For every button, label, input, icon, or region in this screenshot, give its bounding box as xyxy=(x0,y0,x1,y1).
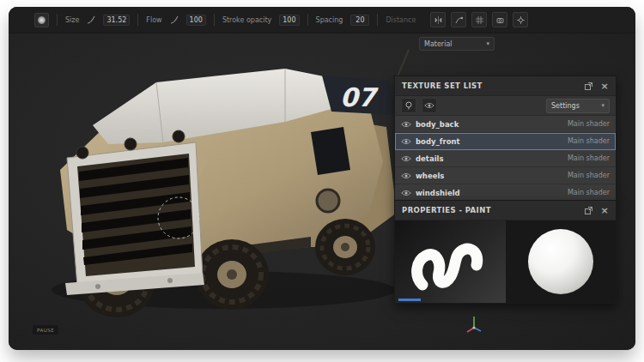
toolbar-divider xyxy=(137,14,138,26)
material-dropdown[interactable]: Material ▾ xyxy=(419,37,495,51)
texture-set-list-header: TEXTURE SET LIST × xyxy=(395,76,616,96)
eye-icon[interactable] xyxy=(401,138,411,145)
distance-label: Distance xyxy=(386,16,416,24)
size-value[interactable]: 31.52 xyxy=(103,15,130,26)
brush-preview-icon[interactable] xyxy=(34,13,49,27)
close-icon[interactable]: × xyxy=(600,81,609,91)
eye-icon[interactable] xyxy=(401,121,411,128)
material-mode-icon[interactable] xyxy=(401,98,416,113)
truck-render: 07 xyxy=(26,31,421,327)
texture-set-list-title: TEXTURE SET LIST xyxy=(402,81,483,90)
properties-paint-panel: PROPERTIES - PAINT × xyxy=(394,200,617,304)
toolbar-divider xyxy=(214,14,215,26)
size-falloff-curve-icon[interactable] xyxy=(87,15,95,24)
screenshot-stage: Size 31.52 Flow 100 Stroke opacity 100 S… xyxy=(0,0,644,362)
stroke-opacity-value[interactable]: 100 xyxy=(279,15,299,26)
eye-icon[interactable] xyxy=(401,172,411,179)
flow-value[interactable]: 100 xyxy=(186,15,206,26)
spacing-label: Spacing xyxy=(316,16,343,24)
material-sphere-preview[interactable] xyxy=(506,220,617,303)
toolbar-icon-group xyxy=(430,12,528,27)
texture-set-row-body_front[interactable]: body_front Main shader xyxy=(395,133,616,150)
brush-toolbar: Size 31.52 Flow 100 Stroke opacity 100 S… xyxy=(9,7,635,33)
chevron-down-icon: ▾ xyxy=(601,103,605,109)
properties-panel-title: PROPERTIES - PAINT xyxy=(402,206,491,214)
flow-label: Flow xyxy=(146,16,161,24)
close-icon[interactable]: × xyxy=(600,206,609,215)
toolbar-divider xyxy=(377,14,378,26)
symmetry-icon[interactable] xyxy=(430,12,446,27)
eye-icon[interactable] xyxy=(401,190,411,196)
shader-label: Main shader xyxy=(568,137,610,145)
eye-icon[interactable] xyxy=(401,155,411,162)
settings-dropdown-label: Settings xyxy=(551,102,580,110)
material-dropdown-label: Material xyxy=(424,40,453,48)
texture-set-list-panel: TEXTURE SET LIST × Settings ▾ body_back … xyxy=(394,75,617,202)
texture-set-name: wheels xyxy=(416,172,444,180)
properties-panel-body xyxy=(395,220,616,303)
navigation-gizmo[interactable] xyxy=(464,312,484,336)
texture-set-name: details xyxy=(416,154,444,163)
texture-set-row-body_back[interactable]: body_back Main shader xyxy=(395,116,616,133)
properties-panel-header: PROPERTIES - PAINT × xyxy=(395,201,616,220)
spacing-value[interactable]: 20 xyxy=(350,15,369,26)
texture-set-row-wheels[interactable]: wheels Main shader xyxy=(395,167,616,184)
truck-number: 07 xyxy=(340,82,379,112)
texture-set-row-details[interactable]: details Main shader xyxy=(395,150,616,167)
undock-icon[interactable] xyxy=(585,82,592,90)
shader-label: Main shader xyxy=(568,172,610,179)
shader-label: Main shader xyxy=(568,154,610,162)
material-sphere xyxy=(528,229,593,294)
texture-set-list-toolbar: Settings ▾ xyxy=(395,96,616,116)
texture-set-name: body_front xyxy=(416,137,460,146)
brush-stroke-preview[interactable] xyxy=(395,220,506,303)
toolbar-divider xyxy=(307,14,308,26)
chevron-down-icon: ▾ xyxy=(486,41,489,47)
status-badge[interactable]: PAUSE xyxy=(33,325,58,335)
undock-icon[interactable] xyxy=(585,207,592,214)
stroke-opacity-label: Stroke opacity xyxy=(222,16,271,24)
scrollbar-indicator[interactable] xyxy=(398,299,421,301)
visibility-mode-icon[interactable] xyxy=(422,98,437,113)
texture-set-row-windshield[interactable]: windshield Main shader xyxy=(395,184,616,202)
texture-set-name: windshield xyxy=(416,189,460,197)
display-settings-icon[interactable] xyxy=(513,12,528,27)
flow-falloff-curve-icon[interactable] xyxy=(170,15,179,24)
shader-label: Main shader xyxy=(568,189,610,196)
app-window: Size 31.52 Flow 100 Stroke opacity 100 S… xyxy=(9,7,635,350)
size-label: Size xyxy=(65,16,79,24)
texture-set-name: body_back xyxy=(416,120,459,129)
lazy-mouse-icon[interactable] xyxy=(451,12,466,27)
toolbar-divider xyxy=(57,14,58,26)
camera-icon[interactable] xyxy=(492,12,507,27)
shader-label: Main shader xyxy=(568,120,610,128)
settings-dropdown[interactable]: Settings ▾ xyxy=(546,99,610,113)
grid-icon[interactable] xyxy=(471,12,487,27)
